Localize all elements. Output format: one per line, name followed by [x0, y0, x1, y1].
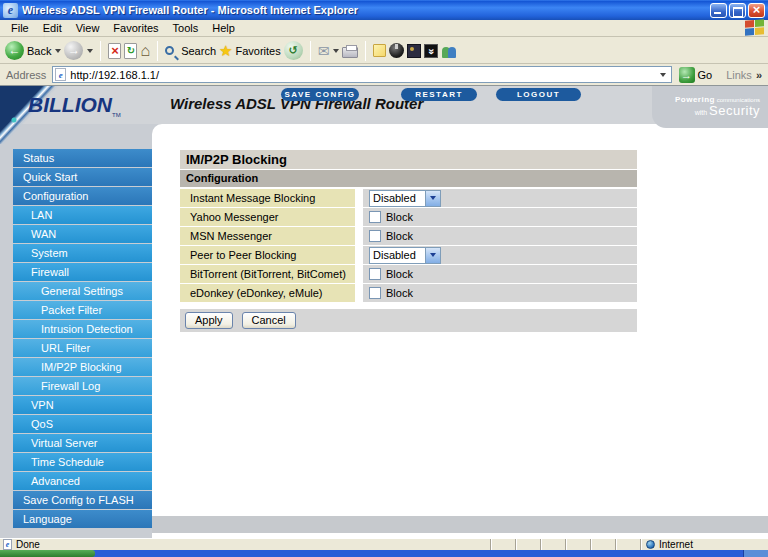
edit-notes-button[interactable] [373, 44, 386, 57]
sidebar-item-intrusion-detection[interactable]: Intrusion Detection [13, 320, 152, 338]
row-label: eDonkey (eDonkey, eMule) [180, 284, 355, 302]
table-row: MSN Messenger Block [180, 227, 637, 245]
address-url[interactable]: http://192.168.1.1/ [70, 69, 159, 81]
menu-tools[interactable]: Tools [166, 21, 206, 35]
sidebar-item-language[interactable]: Language [13, 510, 152, 528]
address-input[interactable]: e http://192.168.1.1/ [52, 66, 671, 83]
sidebar-item-status[interactable]: Status [13, 149, 152, 167]
mail-dropdown-icon[interactable] [333, 49, 339, 53]
row-label: BitTorrent (BitTorrent, BitComet) [180, 265, 355, 283]
security-zone-pane: Internet [640, 539, 768, 551]
status-pane [615, 539, 640, 551]
realplayer-button[interactable] [389, 43, 404, 58]
sidebar-item-qos[interactable]: QoS [13, 415, 152, 433]
close-button[interactable] [748, 3, 765, 18]
cancel-button[interactable]: Cancel [242, 312, 296, 329]
section-header: Configuration [180, 170, 637, 187]
sidebar-item-wan[interactable]: WAN [13, 225, 152, 243]
status-pane [590, 539, 615, 551]
msn-messenger-block-checkbox[interactable] [369, 230, 381, 242]
favorites-label: Favorites [235, 45, 280, 57]
menu-bar: File Edit View Favorites Tools Help [0, 20, 768, 37]
sidebar-item-general-settings[interactable]: General Settings [13, 282, 152, 300]
favorites-button[interactable]: Favorites [219, 42, 281, 60]
tagline-with: with [695, 109, 709, 116]
sidebar-item-lan[interactable]: LAN [13, 206, 152, 224]
chevron-down-icon[interactable] [425, 191, 440, 206]
home-button[interactable] [140, 42, 150, 60]
billion-logo: BILLIONTM [28, 93, 121, 118]
button-band: Apply Cancel [180, 309, 637, 332]
sidebar-item-im-p2p-blocking[interactable]: IM/P2P Blocking [13, 358, 152, 376]
go-label[interactable]: Go [698, 69, 713, 81]
search-button[interactable]: Search [165, 45, 216, 57]
links-chevron[interactable]: » [756, 69, 762, 81]
messenger-button[interactable] [441, 44, 457, 58]
back-arrow-icon [5, 41, 24, 60]
table-row: Yahoo Messenger Block [180, 208, 637, 226]
sidebar-item-firewall-log[interactable]: Firewall Log [13, 377, 152, 395]
checkbox-label: Block [386, 287, 413, 299]
content-panel: IM/P2P Blocking Configuration Instant Me… [152, 124, 768, 538]
status-pane [565, 539, 590, 551]
bittorrent-block-checkbox[interactable] [369, 268, 381, 280]
address-dropdown-button[interactable] [655, 67, 671, 82]
apply-button[interactable]: Apply [185, 312, 233, 329]
menu-help[interactable]: Help [205, 21, 242, 35]
sidebar-item-firewall[interactable]: Firewall [13, 263, 152, 281]
mail-button[interactable] [318, 43, 340, 59]
menu-edit[interactable]: Edit [36, 21, 69, 35]
peer-to-peer-blocking-select[interactable]: Disabled [369, 247, 441, 264]
forward-button[interactable] [64, 41, 93, 60]
config-table: IM/P2P Blocking Configuration Instant Me… [180, 150, 637, 332]
toolbar-separator [157, 41, 158, 61]
sidebar-item-virtual-server[interactable]: Virtual Server [13, 434, 152, 452]
history-button[interactable] [284, 41, 303, 60]
minimize-button[interactable] [710, 3, 727, 18]
save-config-button[interactable]: SAVE CONFIG [281, 88, 359, 101]
sidebar-item-system[interactable]: System [13, 244, 152, 262]
taskbar-edge[interactable] [0, 550, 768, 557]
print-button[interactable] [342, 44, 358, 58]
sidebar-item-save-config-to-flash[interactable]: Save Config to FLASH [13, 491, 152, 509]
stop-button[interactable] [108, 43, 121, 59]
start-button-edge[interactable] [0, 550, 95, 557]
chevron-down-icon[interactable] [425, 248, 440, 263]
yahoo-messenger-block-checkbox[interactable] [369, 211, 381, 223]
logout-button[interactable]: LOGOUT [496, 88, 581, 101]
instant-message-blocking-select[interactable]: Disabled [369, 190, 441, 207]
messenger-plus-button[interactable] [424, 44, 438, 58]
star-icon [219, 42, 232, 60]
forward-dropdown-icon[interactable] [87, 49, 93, 53]
maximize-button[interactable] [729, 3, 746, 18]
sidebar-item-configuration[interactable]: Configuration [13, 187, 152, 205]
menu-file[interactable]: File [4, 21, 36, 35]
address-bar: Address e http://192.168.1.1/ Go Links » [0, 64, 768, 86]
back-dropdown-icon[interactable] [55, 49, 61, 53]
research-button[interactable] [407, 44, 421, 58]
status-pane [515, 539, 540, 551]
chevron-down-icon [660, 73, 666, 77]
sidebar-item-time-schedule[interactable]: Time Schedule [13, 453, 152, 471]
sidebar-item-vpn[interactable]: VPN [13, 396, 152, 414]
links-label[interactable]: Links [726, 69, 752, 81]
restart-button[interactable]: RESTART [401, 88, 477, 101]
edonkey-block-checkbox[interactable] [369, 287, 381, 299]
printer-icon [342, 47, 358, 58]
windows-logo-icon [743, 19, 765, 37]
status-text: Done [16, 539, 40, 550]
go-icon[interactable] [679, 67, 695, 83]
sidebar-item-packet-filter[interactable]: Packet Filter [13, 301, 152, 319]
sidebar-item-quick-start[interactable]: Quick Start [13, 168, 152, 186]
menu-favorites[interactable]: Favorites [106, 21, 165, 35]
status-bar: e Done Internet [0, 538, 768, 550]
zone-label: Internet [659, 539, 693, 550]
back-button[interactable]: Back [5, 41, 61, 60]
sidebar-item-url-filter[interactable]: URL Filter [13, 339, 152, 357]
globe-icon [646, 540, 655, 549]
address-label: Address [6, 69, 46, 81]
title-bar: e Wireless ADSL VPN Firewall Router - Mi… [0, 0, 768, 20]
refresh-button[interactable] [124, 43, 137, 59]
menu-view[interactable]: View [69, 21, 107, 35]
sidebar-item-advanced[interactable]: Advanced [13, 472, 152, 490]
